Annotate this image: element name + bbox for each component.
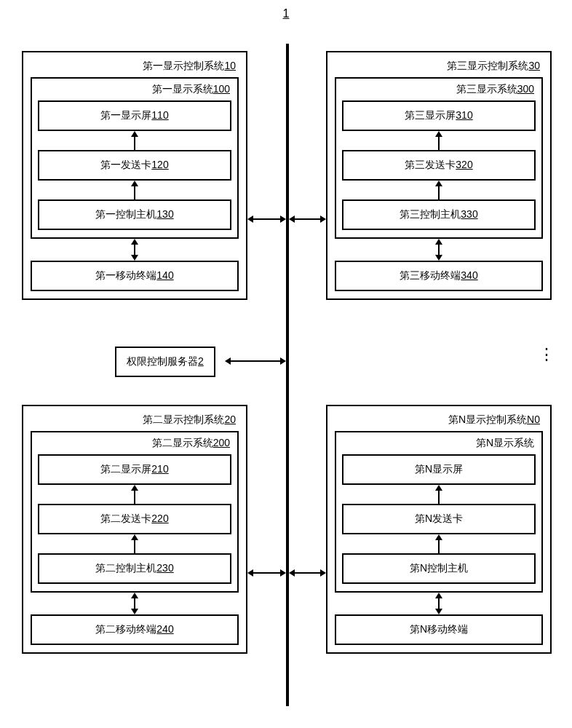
arrow-up-icon (38, 131, 231, 150)
svg-marker-39 (280, 569, 286, 577)
system-n-title-text: 第N显示控制系统 (448, 414, 527, 425)
system-n-outer: 第N显示控制系统N0 第N显示系统 第N显示屏 第N发送卡 第N控制主机 (326, 405, 552, 654)
system-1-inner-title-text: 第一显示系统 (152, 83, 213, 95)
system-1-host-ref: 130 (156, 208, 173, 220)
system-3-host-label: 第三控制主机 (400, 208, 461, 220)
system-1-outer: 第一显示控制系统10 第一显示系统100 第一显示屏110 第一发送卡120 第… (22, 51, 247, 300)
svg-marker-27 (435, 609, 442, 614)
svg-marker-19 (131, 593, 138, 598)
system-n-host-label: 第N控制主机 (410, 562, 468, 574)
system-3-host-ref: 330 (461, 208, 477, 220)
system-2-title-ref: 20 (224, 414, 236, 425)
system-n-inner-title: 第N显示系统 (342, 437, 536, 454)
system-3-terminal-label: 第三移动终端 (400, 269, 461, 281)
svg-marker-22 (435, 485, 442, 491)
system-3-screen-box: 第三显示屏310 (342, 100, 536, 131)
svg-marker-17 (131, 534, 138, 540)
svg-marker-35 (225, 357, 231, 365)
system-n-terminal-box: 第N移动终端 (335, 614, 543, 645)
system-2-inner-title-text: 第二显示系统 (152, 437, 213, 448)
system-3-title: 第三显示控制系统30 (335, 58, 543, 77)
system-1-terminal-ref: 140 (156, 269, 173, 281)
arrow-leftright-icon (225, 356, 286, 366)
svg-marker-32 (289, 215, 295, 223)
svg-marker-36 (280, 357, 286, 365)
system-3-inner-title-text: 第三显示系统 (456, 83, 517, 95)
system-n-inner: 第N显示系统 第N显示屏 第N发送卡 第N控制主机 (335, 431, 543, 593)
system-1-sender-box: 第一发送卡120 (38, 150, 231, 181)
system-1-inner: 第一显示系统100 第一显示屏110 第一发送卡120 第一控制主机130 (31, 77, 239, 239)
system-1-host-box: 第一控制主机130 (38, 199, 231, 230)
system-1-sender-label: 第一发送卡 (100, 159, 151, 170)
server-box: 权限控制服务器2 (115, 347, 215, 377)
system-3-title-ref: 30 (528, 60, 540, 71)
system-2-inner-title: 第二显示系统200 (38, 437, 231, 454)
svg-marker-8 (435, 131, 442, 137)
system-n-sender-label: 第N发送卡 (415, 513, 463, 524)
system-1-inner-ref: 100 (213, 83, 230, 95)
system-n-title: 第N显示控制系统N0 (335, 412, 543, 431)
server-label: 权限控制服务器 (127, 355, 198, 367)
arrow-leftright-icon (247, 214, 286, 224)
system-n-host-box: 第N控制主机 (342, 553, 536, 584)
vertical-bus-line (286, 44, 289, 706)
system-2-terminal-ref: 240 (156, 623, 173, 635)
arrow-updown-icon (31, 239, 239, 261)
arrow-up-icon (342, 131, 536, 150)
svg-marker-26 (435, 593, 442, 598)
system-2-host-box: 第二控制主机230 (38, 553, 231, 584)
arrow-up-icon (38, 485, 231, 504)
arrow-leftright-icon (247, 568, 286, 578)
system-2-title: 第二显示控制系统20 (31, 412, 239, 431)
system-1-title-text: 第一显示控制系统 (143, 60, 224, 71)
system-2-host-ref: 230 (156, 562, 173, 574)
system-3-terminal-ref: 340 (461, 269, 477, 281)
svg-marker-29 (247, 215, 253, 223)
arrow-up-icon (38, 181, 231, 199)
system-n-screen-box: 第N显示屏 (342, 454, 536, 485)
system-2-title-text: 第二显示控制系统 (143, 414, 224, 425)
arrow-updown-icon (335, 593, 543, 614)
system-n-sender-box: 第N发送卡 (342, 504, 536, 534)
svg-marker-1 (131, 131, 138, 137)
system-1-screen-ref: 110 (151, 109, 168, 121)
svg-marker-30 (280, 215, 286, 223)
system-3-terminal-box: 第三移动终端340 (335, 261, 543, 291)
system-3-sender-box: 第三发送卡320 (342, 150, 536, 181)
server-ref: 2 (198, 355, 204, 367)
system-2-sender-box: 第二发送卡220 (38, 504, 231, 534)
arrow-updown-icon (335, 239, 543, 261)
system-1-terminal-box: 第一移动终端140 (31, 261, 239, 291)
arrow-leftright-icon (289, 568, 326, 578)
arrow-up-icon (342, 181, 536, 199)
system-1-screen-label: 第一显示屏 (100, 109, 151, 121)
arrow-up-icon (342, 485, 536, 504)
system-2-terminal-label: 第二移动终端 (95, 623, 156, 635)
svg-marker-15 (131, 485, 138, 491)
diagram-page: 1 第一显示控制系统10 第一显示系统100 第一显示屏110 第一发送卡120 (0, 0, 572, 728)
system-2-terminal-box: 第二移动终端240 (31, 614, 239, 645)
svg-marker-5 (131, 239, 138, 245)
arrow-updown-icon (31, 593, 239, 614)
system-1-screen-box: 第一显示屏110 (38, 100, 231, 131)
system-1-inner-title: 第一显示系统100 (38, 83, 231, 100)
system-3-sender-ref: 320 (456, 159, 472, 170)
system-3-outer: 第三显示控制系统30 第三显示系统300 第三显示屏310 第三发送卡320 第… (326, 51, 552, 300)
system-n-inner-title-text: 第N显示系统 (476, 437, 534, 448)
system-3-host-box: 第三控制主机330 (342, 199, 536, 230)
vertical-ellipsis-icon: ⋮ (539, 351, 555, 358)
system-3-inner-title: 第三显示系统300 (342, 83, 536, 100)
system-3-title-text: 第三显示控制系统 (447, 60, 528, 71)
system-2-screen-box: 第二显示屏210 (38, 454, 231, 485)
system-2-outer: 第二显示控制系统20 第二显示系统200 第二显示屏210 第二发送卡220 第… (22, 405, 247, 654)
figure-label: 1 (283, 7, 290, 20)
system-1-host-label: 第一控制主机 (95, 208, 156, 220)
system-2-inner: 第二显示系统200 第二显示屏210 第二发送卡220 第二控制主机230 (31, 431, 239, 593)
system-3-sender-label: 第三发送卡 (405, 159, 456, 170)
system-3-inner: 第三显示系统300 第三显示屏310 第三发送卡320 第三控制主机330 (335, 77, 543, 239)
svg-marker-6 (131, 255, 138, 261)
system-1-title-ref: 10 (224, 60, 236, 71)
svg-marker-3 (131, 181, 138, 186)
system-2-sender-label: 第二发送卡 (100, 513, 151, 524)
system-2-inner-ref: 200 (213, 437, 230, 448)
